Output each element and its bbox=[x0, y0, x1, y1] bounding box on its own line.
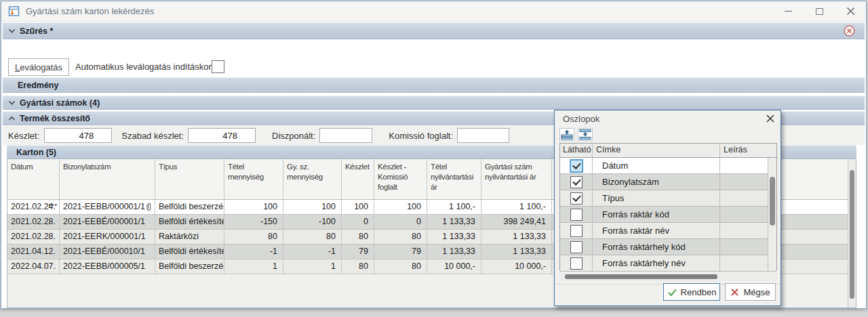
cell-datum[interactable]: 2021.04.12. bbox=[7, 245, 60, 259]
visible-checkbox[interactable] bbox=[570, 160, 583, 172]
cell-tetel[interactable]: 100 bbox=[224, 200, 283, 214]
column-name[interactable]: Dátum bbox=[593, 158, 720, 173]
column-name[interactable]: Forrás raktárhely kód bbox=[593, 239, 720, 255]
column-name[interactable]: Típus bbox=[593, 190, 720, 206]
close-icon[interactable] bbox=[766, 114, 775, 123]
oszlopok-vertical-scrollbar[interactable] bbox=[768, 158, 776, 270]
cell-tetel-ar[interactable]: 1 133,33 bbox=[427, 215, 481, 229]
cell-gysz-ar[interactable]: 1 133,33 bbox=[481, 245, 552, 259]
grid-vertical-scrollbar[interactable] bbox=[848, 159, 856, 308]
disposed-field[interactable] bbox=[319, 128, 372, 143]
oszlopok-vscrollbar-thumb[interactable] bbox=[770, 177, 775, 226]
oszlopok-horizontal-scrollbar[interactable] bbox=[559, 273, 777, 281]
column-move-down-button[interactable] bbox=[578, 128, 593, 141]
results-section-header[interactable]: Eredmény bbox=[3, 77, 865, 93]
cell-tetel[interactable]: -1 bbox=[224, 245, 283, 259]
cell-gysz-ar[interactable]: 1 100,- bbox=[481, 200, 552, 214]
cell-bizonylatszam[interactable]: 2021-EEBÉ/000001/1 bbox=[60, 215, 155, 229]
oszlopok-hscrollbar-thumb[interactable] bbox=[565, 274, 717, 279]
cell-datum[interactable]: 2021.02.24. ••• bbox=[7, 200, 60, 214]
cell-bizonylatszam[interactable]: 2021-EERK/000001/1 bbox=[60, 230, 155, 244]
cell-keszlet-kom[interactable]: 100 bbox=[374, 200, 427, 214]
cell-datum[interactable]: 2021.02.28. bbox=[7, 230, 60, 244]
cell-gysz-ar[interactable]: 1 133,33 bbox=[481, 230, 552, 244]
cell-gysz[interactable]: -1 bbox=[283, 245, 342, 259]
oszlopok-row[interactable]: Forrás raktárhely kód bbox=[560, 239, 776, 255]
visible-checkbox[interactable] bbox=[570, 209, 583, 221]
visible-checkbox[interactable] bbox=[570, 192, 583, 205]
cell-tipus[interactable]: Belföldi értékesítés bbox=[155, 215, 224, 229]
column-header-tetel-mennyiseg[interactable]: Tétel mennyiség bbox=[224, 159, 283, 199]
close-button[interactable] bbox=[835, 1, 866, 21]
free-stock-field[interactable]: 478 bbox=[188, 128, 256, 143]
serials-section-header[interactable]: Gyártási számok (4) bbox=[3, 96, 865, 110]
column-header-bizonylatszam[interactable]: Bizonylatszám bbox=[60, 159, 155, 199]
oszlopok-row[interactable]: Bizonylatszám bbox=[560, 174, 776, 190]
cell-tetel-ar[interactable]: 1 133,33 bbox=[427, 230, 481, 244]
cancel-button[interactable]: Mégse bbox=[725, 283, 776, 301]
cell-gysz[interactable]: 1 bbox=[283, 259, 342, 274]
cell-keszlet[interactable]: 0 bbox=[342, 215, 374, 229]
minimize-button[interactable] bbox=[772, 1, 804, 21]
grid-scrollbar-thumb[interactable] bbox=[850, 170, 854, 299]
oszlopok-row[interactable]: Forrás raktárhely név bbox=[560, 255, 776, 272]
auto-select-checkbox[interactable] bbox=[212, 60, 224, 73]
ellipsis-button[interactable]: ••• bbox=[48, 201, 58, 209]
column-header-datum[interactable]: Dátum bbox=[7, 159, 60, 199]
column-name[interactable]: Forrás raktár név bbox=[593, 223, 720, 238]
column-move-up-button[interactable] bbox=[559, 128, 574, 141]
cell-tipus[interactable]: Belföldi értékesítés bbox=[155, 245, 224, 259]
commission-field[interactable] bbox=[457, 128, 509, 143]
cell-datum[interactable]: 2022.04.07. bbox=[7, 259, 60, 274]
cell-tipus[interactable]: Belföldi beszerzés bbox=[155, 259, 224, 274]
cell-bizonylatszam[interactable]: 2022-EEBB/000005/1 bbox=[60, 259, 155, 274]
cell-keszlet-kom[interactable]: 80 bbox=[374, 259, 427, 274]
cell-tetel[interactable]: 1 bbox=[224, 259, 283, 274]
column-header-keszlet[interactable]: Készlet bbox=[342, 159, 374, 199]
column-header-cimke[interactable]: Címke bbox=[593, 144, 720, 157]
cell-bizonylatszam[interactable]: 2021-EEBB/000001/1 bbox=[60, 200, 155, 214]
cell-tipus[interactable]: Belföldi beszerzés bbox=[155, 200, 224, 214]
column-name[interactable]: Bizonylatszám bbox=[593, 174, 720, 190]
stock-field[interactable]: 478 bbox=[44, 128, 112, 143]
oszlopok-row[interactable]: Dátum bbox=[560, 158, 776, 174]
column-header-leiras[interactable]: Leírás bbox=[720, 144, 776, 157]
cell-tipus[interactable]: Raktárközi bbox=[155, 230, 224, 244]
cell-tetel-ar[interactable]: 1 133,33 bbox=[427, 245, 481, 259]
visible-checkbox[interactable] bbox=[570, 176, 583, 188]
filter-section-header[interactable]: Szűrés * bbox=[3, 22, 865, 39]
cell-keszlet-kom[interactable]: 0 bbox=[374, 215, 427, 229]
cell-keszlet[interactable]: 79 bbox=[342, 245, 374, 259]
cell-keszlet[interactable]: 80 bbox=[342, 259, 374, 274]
levalogatas-button[interactable]: Leválogatás bbox=[8, 58, 69, 76]
oszlopok-row[interactable]: Forrás raktár név bbox=[560, 223, 776, 239]
visible-checkbox[interactable] bbox=[570, 225, 583, 237]
cell-gysz[interactable]: -100 bbox=[283, 215, 342, 229]
cell-gysz-ar[interactable]: 10 000,- bbox=[481, 259, 552, 274]
cell-datum[interactable]: 2021.02.28. bbox=[7, 215, 60, 229]
cell-gysz[interactable]: 80 bbox=[283, 230, 342, 244]
ok-button[interactable]: Rendben bbox=[663, 283, 720, 301]
column-name[interactable]: Forrás raktárhely név bbox=[593, 255, 720, 271]
cell-keszlet-kom[interactable]: 79 bbox=[374, 245, 427, 259]
column-header-tetel-ar[interactable]: Tétel nyilvántartási ár bbox=[427, 159, 481, 199]
cell-tetel[interactable]: -150 bbox=[224, 215, 283, 229]
column-header-lathato[interactable]: Látható bbox=[560, 144, 593, 157]
cell-keszlet[interactable]: 80 bbox=[342, 230, 374, 244]
maximize-button[interactable] bbox=[804, 1, 835, 21]
clear-filter-icon[interactable] bbox=[844, 25, 855, 37]
oszlopok-row[interactable]: Forrás raktár kód bbox=[560, 207, 776, 223]
cell-bizonylatszam[interactable]: 2021-EEBÉ/000010/1 bbox=[60, 245, 155, 259]
visible-checkbox[interactable] bbox=[570, 257, 583, 270]
visible-checkbox[interactable] bbox=[570, 241, 583, 253]
cell-tetel-ar[interactable]: 1 100,- bbox=[427, 200, 481, 214]
cell-keszlet[interactable]: 100 bbox=[342, 200, 374, 214]
column-header-tipus[interactable]: Típus bbox=[155, 159, 224, 199]
cell-keszlet-kom[interactable]: 80 bbox=[374, 230, 427, 244]
column-header-gysz-mennyiseg[interactable]: Gy. sz. mennyiség bbox=[283, 159, 342, 199]
cell-gysz[interactable]: 100 bbox=[283, 200, 342, 214]
column-header-keszlet-komissio[interactable]: Készlet - Komissió foglalt bbox=[374, 159, 427, 199]
column-name[interactable]: Forrás raktár kód bbox=[593, 207, 720, 222]
cell-tetel-ar[interactable]: 10 000,- bbox=[427, 259, 481, 274]
cell-tetel[interactable]: 80 bbox=[224, 230, 283, 244]
